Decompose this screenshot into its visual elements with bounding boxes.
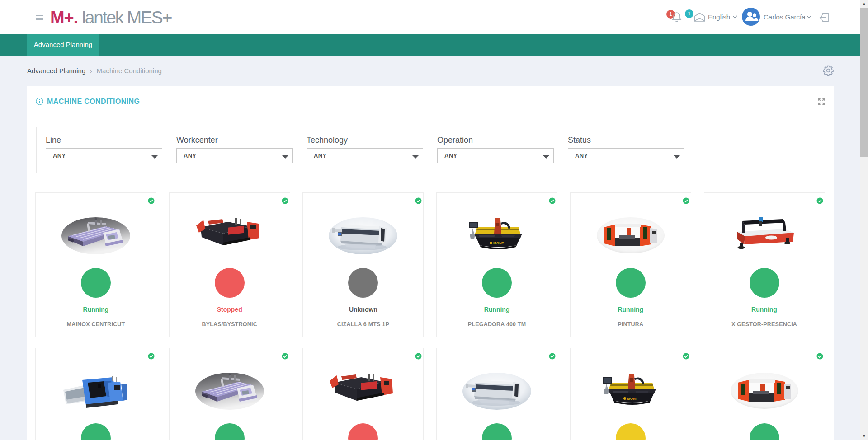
- svg-text:MONT: MONT: [627, 397, 638, 401]
- svg-text:MONT: MONT: [493, 241, 504, 245]
